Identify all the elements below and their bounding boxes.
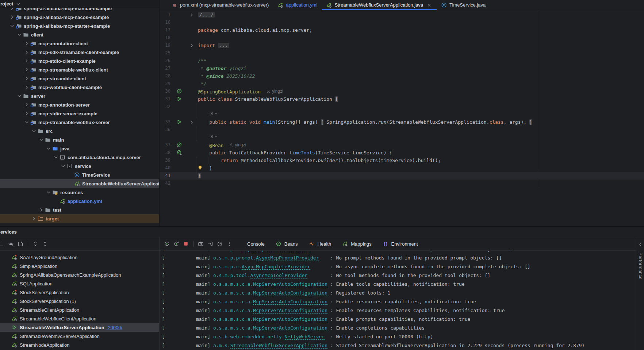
editor-tab-pom.xml (mcp-streamable-webflux-server)[interactable]: mpom.xml (mcp-streamable-webflux-server): [167, 0, 273, 10]
chevron-down-icon[interactable]: [9, 23, 15, 29]
tree-item-client[interactable]: client: [0, 30, 159, 39]
tree-item-spring-ai-alibaba-mcp-nacos-example[interactable]: spring-ai-alibaba-mcp-nacos-example: [0, 13, 159, 22]
code-line-26[interactable]: 26/**: [160, 57, 644, 65]
service-item-StockServerApplication (1)[interactable]: StockServerApplication (1): [0, 297, 159, 305]
code-line-19[interactable]: 19import ...: [160, 42, 644, 49]
service-item-StreamNodeApplication[interactable]: StreamNodeApplication: [0, 341, 159, 349]
gauge-button[interactable]: [215, 239, 225, 248]
code-line-40[interactable]: 40 }: [160, 164, 644, 172]
chevron-down-icon[interactable]: [16, 32, 23, 38]
tree-item-spring-ai-alibaba-mcp-starter-example[interactable]: spring-ai-alibaba-mcp-starter-example: [0, 22, 159, 30]
service-item-StreamableClientApplication[interactable]: StreamableClientApplication: [0, 305, 159, 314]
chevron-right-icon[interactable]: [23, 102, 30, 108]
log-logger-link[interactable]: StreamableWebfluxServerApplication: [230, 343, 327, 349]
log-logger-link[interactable]: McpServerAutoConfiguration: [253, 308, 327, 314]
log-logger-link[interactable]: AsyncMcpPromptProvider: [256, 255, 319, 261]
log-logger-link[interactable]: McpServerAutoConfiguration: [253, 299, 327, 305]
run-icon[interactable]: [176, 119, 182, 125]
log-logger-link[interactable]: McpServerAutoConfiguration: [253, 290, 327, 296]
chevron-right-icon[interactable]: [9, 14, 15, 20]
log-logger-link[interactable]: NettyWebServer: [285, 334, 325, 340]
chevron-right-icon[interactable]: [23, 58, 30, 64]
code-line-28[interactable]: 28 * @since 2025/10/22: [160, 72, 644, 80]
code-line-39[interactable]: 39 return MethodToolCallbackProvider.bui…: [160, 157, 644, 164]
service-item-SAAPlayGroundApplication[interactable]: SAAPlayGroundApplication: [0, 253, 159, 262]
close-icon[interactable]: [426, 2, 432, 8]
chevron-down-icon[interactable]: [31, 128, 37, 134]
code-line-32[interactable]: 32: [160, 103, 644, 111]
tree-item-mcp-streamable-webflux-server[interactable]: mcp-streamable-webflux-server: [0, 118, 159, 127]
editor-tab-application.yml[interactable]: application.yml: [273, 0, 322, 10]
bean-in-icon[interactable]: [176, 150, 182, 155]
tab-environment[interactable]: {}Environment: [383, 241, 418, 247]
tree-item-src[interactable]: src: [0, 127, 159, 135]
code-line-17[interactable]: 17package com.alibaba.cloud.ai.mcp.serve…: [160, 26, 644, 34]
chevron-down-icon[interactable]: [53, 154, 59, 160]
code-line-33[interactable]: 33 public static void main(String[] args…: [160, 118, 644, 126]
tab-mappings[interactable]: Mappings: [342, 241, 371, 247]
chevron-right-icon[interactable]: [23, 84, 30, 90]
eye-button[interactable]: [6, 239, 16, 248]
code-inlay-hint-line[interactable]: [160, 111, 644, 118]
rerun-button[interactable]: [162, 239, 172, 248]
tree-item-mcp-stdio-client-example[interactable]: mcp-stdio-client-example: [0, 57, 159, 65]
tree-item-TimeService[interactable]: CTimeService: [0, 170, 159, 179]
chevron-right-icon[interactable]: [9, 8, 15, 11]
log-logger-link[interactable]: McpServerAutoConfiguration: [253, 281, 327, 287]
camera-button[interactable]: [196, 239, 206, 248]
run-icon[interactable]: [176, 96, 182, 102]
kebab-button[interactable]: [225, 239, 234, 248]
tree-item-mcp-annotation-client[interactable]: mcp-annotation-client: [0, 39, 159, 48]
tabplus-button[interactable]: [16, 239, 25, 248]
bean-icon[interactable]: [176, 88, 182, 94]
tabplus-clipped-button[interactable]: [0, 239, 6, 248]
tree-item-mcp-streamble-client[interactable]: mcp-streamble-client: [0, 74, 159, 83]
code-line-37[interactable]: 37 @Beanyingzi: [160, 141, 644, 149]
code-line-16[interactable]: 16: [160, 19, 644, 26]
code-inlay-hint-line[interactable]: [160, 134, 644, 141]
log-logger-link[interactable]: McpServerAutoConfiguration: [253, 316, 327, 322]
log-logger-link[interactable]: AsyncMcpToolProvider: [250, 273, 308, 278]
chevron-right-icon[interactable]: [38, 207, 45, 213]
tree-item-mcp-stdio-server-example[interactable]: mcp-stdio-server-example: [0, 109, 159, 118]
chevron-right-icon[interactable]: [23, 67, 30, 73]
code-line-25[interactable]: 25: [160, 49, 644, 57]
tree-item-application.yml[interactable]: application.yml: [0, 197, 159, 205]
chevron-down-icon[interactable]: [38, 137, 45, 143]
chevron-left-icon[interactable]: [637, 242, 643, 247]
detach-button[interactable]: [206, 239, 215, 248]
tree-item-mcp-webflux-client-example[interactable]: mcp-webflux-client-example: [0, 83, 159, 92]
service-item-StockServerApplication[interactable]: StockServerApplication: [0, 288, 159, 297]
tree-item-mcp-streamable-webflux-client[interactable]: mcp-streamable-webflux-client: [0, 65, 159, 74]
log-logger-link[interactable]: McpServerAutoConfiguration: [253, 325, 327, 331]
editor-tab-TimeService.java[interactable]: CTimeService.java: [437, 0, 490, 10]
chevron-right-icon[interactable]: [23, 111, 30, 116]
log-logger-link[interactable]: AsyncMcpResourceProvider: [242, 251, 310, 252]
code-line-1[interactable]: 1/.../: [160, 11, 644, 19]
tree-item-mcp-sdk-streamable-client-example[interactable]: mcp-sdk-streamable-client-example: [0, 48, 159, 57]
tree-item-StreamableWebfluxServerApplication[interactable]: StreamableWebfluxServerApplication: [0, 179, 159, 188]
chevron-right-icon[interactable]: [23, 76, 30, 81]
services-panel-title[interactable]: ervices: [0, 227, 644, 237]
tree-item-service[interactable]: service: [0, 162, 159, 170]
code-line-27[interactable]: 27 * @author yingzi: [160, 65, 644, 72]
chevron-down-icon[interactable]: [23, 119, 30, 125]
chevron-right-icon[interactable]: [23, 49, 30, 55]
fold-arrow-icon[interactable]: [189, 12, 194, 17]
rerun-update-button[interactable]: [172, 239, 181, 248]
chevron-right-icon[interactable]: [23, 41, 30, 46]
code-line-41[interactable]: 41}: [160, 172, 644, 180]
code-vision-icon[interactable]: [210, 135, 218, 138]
tree-item-server[interactable]: server: [0, 92, 159, 100]
chevron-down-icon[interactable]: [60, 163, 66, 169]
code-line-36[interactable]: 36: [160, 126, 644, 134]
code-line-31[interactable]: 31public class StreamableWebfluxServerAp…: [160, 95, 644, 103]
code-line-42[interactable]: 42: [160, 180, 644, 187]
code-line-38[interactable]: 38 public ToolCallbackProvider timeTools…: [160, 149, 644, 157]
stop-button[interactable]: [181, 239, 191, 248]
service-item-SpringAiAlibabaOpensearchExampleApplication[interactable]: SpringAiAlibabaOpensearchExampleApplicat…: [0, 270, 159, 279]
tree-item-mcp-annotation-server[interactable]: mcp-annotation-server: [0, 100, 159, 109]
tree-item-test[interactable]: test: [0, 205, 159, 214]
tab-console[interactable]: Console: [247, 241, 265, 247]
chevron-down-icon[interactable]: [45, 189, 52, 195]
